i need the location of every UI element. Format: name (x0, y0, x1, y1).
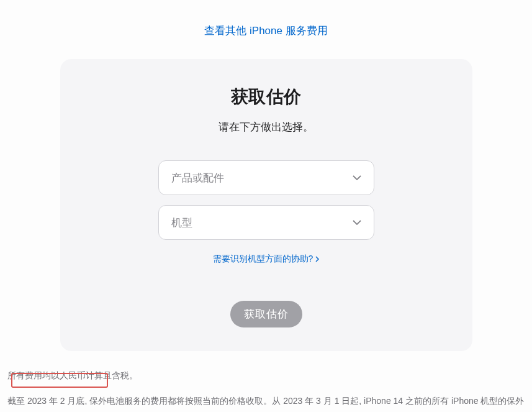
footnote-price-part1: 截至 2023 年 2 月底, 保外电池服务的费用都将按照当前的价格收取。从 2… (7, 396, 524, 412)
footnotes: 所有费用均以人民币计算且含税。 截至 2023 年 2 月底, 保外电池服务的费… (0, 351, 532, 412)
chevron-right-icon (315, 256, 319, 262)
card-title: 获取估价 (85, 85, 448, 109)
select-product-placeholder: 产品或配件 (171, 171, 224, 185)
footnote-price-change: 截至 2023 年 2 月底, 保外电池服务的费用都将按照当前的价格收取。从 2… (7, 393, 525, 412)
footnote-currency: 所有费用均以人民币计算且含税。 (7, 367, 525, 384)
card-subtitle: 请在下方做出选择。 (85, 120, 448, 134)
other-service-fees-link[interactable]: 查看其他 iPhone 服务费用 (204, 25, 327, 37)
chevron-down-icon (353, 175, 361, 180)
selects-group: 产品或配件 机型 需要识别机型方面的协助? (85, 160, 448, 265)
identify-model-help-link[interactable]: 需要识别机型方面的协助? (213, 254, 320, 265)
help-link-label: 需要识别机型方面的协助? (213, 254, 313, 265)
get-estimate-button[interactable]: 获取估价 (230, 301, 302, 327)
chevron-down-icon (353, 220, 361, 225)
select-model-wrap: 机型 (158, 205, 374, 240)
top-link-wrap: 查看其他 iPhone 服务费用 (0, 0, 532, 59)
estimate-card: 获取估价 请在下方做出选择。 产品或配件 机型 需要识别机型方面的协助? 获取估… (60, 59, 472, 351)
select-model-placeholder: 机型 (171, 216, 192, 230)
select-product[interactable]: 产品或配件 (158, 160, 374, 195)
select-model[interactable]: 机型 (158, 205, 374, 240)
select-product-wrap: 产品或配件 (158, 160, 374, 195)
